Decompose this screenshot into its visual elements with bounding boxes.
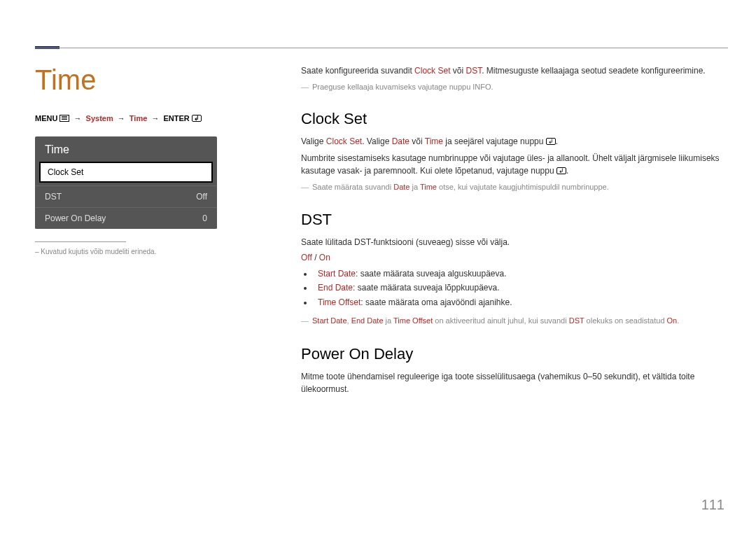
dst-bullet-offset: Time Offset: saate määrata oma ajavööndi… xyxy=(314,295,728,309)
enter-icon xyxy=(556,167,566,174)
osd-screenshot: Time Clock Set DST Off Power On Delay 0 xyxy=(35,136,217,229)
pod-p1: Mitme toote ühendamisel reguleerige iga … xyxy=(301,370,728,395)
header-rule xyxy=(35,48,728,48)
footnote-rule xyxy=(35,241,126,242)
clock-set-p1: Valige Clock Set. Valige Date või Time j… xyxy=(301,135,728,148)
breadcrumb: MENU → System → Time → ENTER xyxy=(35,114,259,122)
page-title: Time xyxy=(35,64,259,96)
osd-item-power-on-delay: Power On Delay 0 xyxy=(35,207,217,229)
clock-set-p2: Numbrite sisestamiseks kasutage numbrinu… xyxy=(301,152,728,177)
page-number: 111 xyxy=(701,497,724,513)
breadcrumb-system: System xyxy=(86,114,113,122)
dst-note: Start Date, End Date ja Time Offset on a… xyxy=(301,315,728,327)
osd-item-value: 0 xyxy=(202,213,207,223)
dst-off-on: Off / On xyxy=(301,253,728,262)
osd-item-label: Power On Delay xyxy=(45,213,106,223)
heading-power-on-delay: Power On Delay xyxy=(301,345,728,363)
dst-bullets: Start Date: saate määrata suveaja algusk… xyxy=(314,267,728,309)
breadcrumb-time: Time xyxy=(130,114,147,122)
heading-clock-set: Clock Set xyxy=(301,110,728,128)
osd-item-label: DST xyxy=(45,192,62,202)
osd-item-clock-set: Clock Set xyxy=(39,162,213,183)
breadcrumb-menu-label: MENU xyxy=(35,114,57,122)
heading-dst: DST xyxy=(301,211,728,229)
screenshot-footnote: Kuvatud kujutis võib mudeliti erineda. xyxy=(35,248,259,255)
intro-paragraph: Saate konfigureerida suvandit Clock Set … xyxy=(301,64,728,77)
osd-item-value: Off xyxy=(196,192,207,202)
menu-icon xyxy=(59,115,69,122)
osd-item-label: Clock Set xyxy=(48,167,83,177)
osd-item-dst: DST Off xyxy=(35,185,217,207)
osd-title: Time xyxy=(35,136,217,162)
dst-bullet-start: Start Date: saate määrata suveaja algusk… xyxy=(314,267,728,281)
enter-icon xyxy=(192,115,202,122)
intro-note: Praeguse kellaaja kuvamiseks vajutage nu… xyxy=(301,81,728,93)
dst-p1: Saate lülitada DST-funktsiooni (suveaeg)… xyxy=(301,236,728,248)
breadcrumb-enter-label: ENTER xyxy=(163,114,189,122)
enter-icon xyxy=(546,138,556,145)
clock-set-note: Saate määrata suvandi Date ja Time otse,… xyxy=(301,181,728,193)
dst-bullet-end: End Date: saate määrata suveaja lõppkuup… xyxy=(314,281,728,295)
